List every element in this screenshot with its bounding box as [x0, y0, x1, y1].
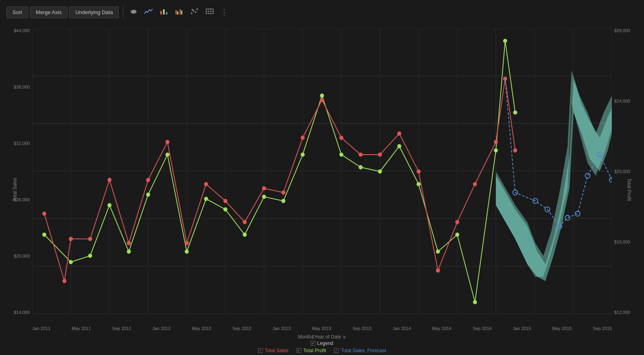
svg-point-87 [378, 153, 382, 157]
legend-profit-checkbox[interactable]: ✓ [296, 348, 301, 353]
svg-point-82 [281, 190, 285, 194]
svg-point-60 [417, 182, 421, 186]
x-label-0: Jan 2011 [32, 326, 50, 331]
svg-rect-9 [180, 9, 181, 14]
svg-point-85 [339, 136, 343, 140]
y-right-label-1: $24,000 [612, 99, 630, 103]
svg-point-74 [127, 241, 131, 245]
svg-point-78 [204, 182, 208, 186]
x-label-8: Sep 2013 [353, 326, 372, 331]
svg-rect-6 [166, 12, 167, 14]
x-label-5: Sep 2012 [232, 326, 251, 331]
y-left-label-5: $14,000 [14, 310, 32, 315]
x-label-7: May 2013 [312, 326, 331, 331]
legend-title-text: Legend [317, 341, 333, 346]
chart-svg [32, 28, 612, 315]
x-axis-title-chevron: ∨ [343, 334, 346, 340]
cloud-icon-button[interactable] [127, 6, 140, 19]
svg-point-97 [513, 148, 517, 152]
y-right-label-0: $28,000 [612, 28, 630, 33]
grouped-bar-icon-button[interactable] [172, 6, 186, 18]
x-axis-title: Month&Year of Date ∨ [298, 334, 347, 340]
y-right-label-2: $20,000 [612, 169, 630, 174]
svg-point-91 [455, 220, 459, 224]
y-axis-right: $28,000 $24,000 $20,000 $16,000 $12,000 [612, 28, 640, 315]
legend-forecast-checkbox[interactable]: ✓ [334, 348, 339, 353]
svg-point-73 [107, 178, 111, 182]
svg-point-89 [417, 169, 421, 173]
svg-point-59 [397, 144, 401, 148]
svg-point-92 [473, 182, 477, 186]
svg-point-81 [262, 186, 266, 190]
bar-chart-icon-button[interactable] [157, 6, 171, 18]
svg-point-42 [69, 260, 73, 264]
svg-point-71 [69, 237, 73, 241]
svg-point-86 [359, 153, 363, 157]
line-chart-icon-button[interactable] [142, 6, 155, 18]
svg-point-45 [127, 250, 131, 254]
svg-point-102 [565, 215, 570, 221]
svg-point-12 [193, 10, 194, 12]
x-label-3: Jan 2012 [153, 326, 171, 331]
chart-container: Total Sales Total Profit $44,000 $38,000… [0, 24, 644, 355]
y-left-label-1: $38,000 [14, 85, 32, 89]
svg-point-57 [359, 165, 363, 169]
svg-point-84 [320, 98, 324, 102]
svg-point-53 [281, 199, 285, 203]
svg-point-103 [575, 211, 580, 216]
svg-point-76 [165, 140, 169, 144]
svg-point-58 [378, 169, 382, 173]
map-icon-button[interactable] [203, 6, 217, 18]
more-options-button[interactable]: ⋮ [218, 6, 230, 18]
x-axis: Jan 2011 May 2011 Sep 2011 Jan 2012 May … [32, 326, 612, 331]
svg-rect-7 [175, 10, 177, 14]
svg-point-41 [42, 233, 46, 237]
svg-point-70 [62, 279, 66, 283]
sort-button[interactable]: Sort [6, 6, 28, 18]
svg-point-49 [204, 197, 208, 201]
x-label-9: Jan 2014 [393, 326, 411, 331]
underlying-data-button[interactable]: Underlying Data [69, 6, 119, 18]
y-right-label-3: $16,000 [612, 239, 630, 244]
svg-rect-10 [181, 10, 182, 14]
x-label-12: Jan 2015 [513, 326, 531, 331]
svg-point-13 [195, 11, 196, 13]
svg-point-68 [513, 110, 517, 114]
y-left-label-4: $20,000 [14, 254, 32, 258]
svg-point-11 [191, 12, 192, 14]
svg-point-52 [262, 195, 266, 199]
svg-point-56 [339, 153, 343, 157]
x-label-2: Sep 2011 [112, 326, 131, 331]
scatter-icon-button[interactable] [188, 6, 201, 18]
legend-item-total-sales: ✓ Total Sales [258, 348, 289, 353]
svg-point-55 [320, 93, 324, 97]
legend-items: ✓ Total Sales ✓ Total Profit ✓ Total Sal… [258, 348, 386, 353]
x-label-10: May 2014 [432, 326, 451, 331]
svg-point-15 [192, 9, 193, 10]
svg-point-77 [185, 241, 189, 245]
svg-point-47 [165, 153, 169, 157]
legend-area: ✓ Legend ✓ Total Sales ✓ Total Profit ✓ … [258, 341, 386, 353]
svg-point-44 [107, 203, 111, 207]
x-label-1: May 2011 [72, 326, 91, 331]
legend-profit-label: Total Profit [303, 348, 326, 353]
svg-point-3 [132, 10, 135, 12]
svg-point-62 [455, 233, 459, 237]
x-label-4: May 2012 [192, 326, 211, 331]
toolbar: Sort Merge Axis Underlying Data [0, 0, 644, 24]
legend-checkbox[interactable]: ✓ [311, 341, 316, 346]
svg-point-88 [397, 132, 401, 136]
legend-item-forecast: ✓ Total Sales, Forecast [334, 348, 386, 353]
svg-rect-4 [160, 11, 162, 14]
y-right-label-4: $12,000 [612, 310, 630, 315]
legend-item-total-profit: ✓ Total Profit [296, 348, 326, 353]
legend-sales-checkbox[interactable]: ✓ [258, 348, 263, 353]
x-axis-title-text: Month&Year of Date [298, 334, 341, 340]
svg-point-54 [301, 153, 305, 157]
merge-axis-button[interactable]: Merge Axis [30, 6, 68, 18]
svg-point-48 [185, 250, 189, 254]
y-left-label-3: $26,000 [14, 197, 32, 202]
x-label-6: Jan 2013 [272, 326, 291, 331]
svg-point-43 [88, 254, 92, 258]
svg-point-79 [223, 199, 227, 203]
